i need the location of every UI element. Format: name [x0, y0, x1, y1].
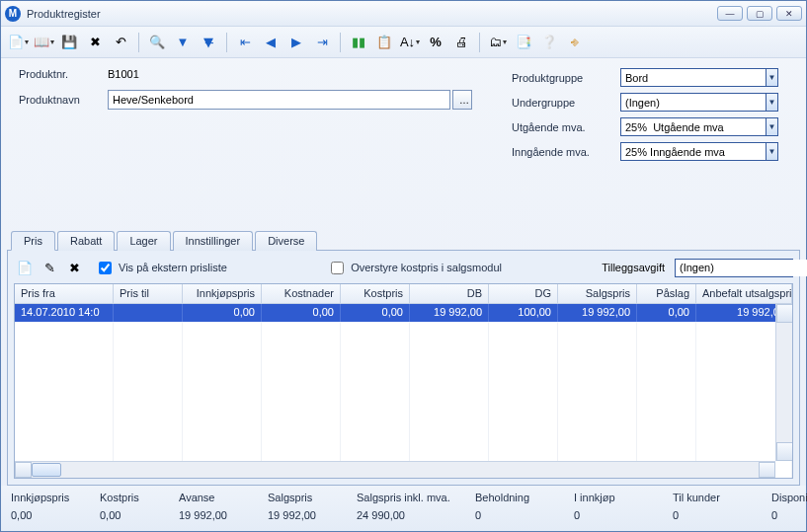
- app-window: M Produktregister — ▢ ✕ 📄▾ 📖▾ 💾 ✖ ↶ 🔍 ▼ …: [0, 0, 807, 532]
- status-beholdning-value: 0: [475, 509, 564, 521]
- tab-strip: Pris Rabatt Lager Innstillinger Diverse: [7, 230, 800, 250]
- tillegg-value[interactable]: [676, 260, 807, 276]
- filter-clear-icon[interactable]: ▼̶: [198, 32, 219, 53]
- scroll-thumb[interactable]: [32, 463, 61, 477]
- maximize-button[interactable]: ▢: [747, 6, 772, 21]
- settings-icon[interactable]: 🗂▾: [487, 32, 509, 53]
- open-icon[interactable]: 📖▾: [33, 32, 54, 53]
- grid-header: Pris fra Pris til Innkjøpspris Kostnader…: [15, 284, 792, 304]
- minimize-button[interactable]: —: [717, 6, 743, 21]
- col-salgspris[interactable]: Salgspris: [558, 284, 637, 303]
- tab-area: Pris Rabatt Lager Innstillinger Diverse …: [7, 230, 800, 486]
- separator: [340, 33, 341, 52]
- tab-rabatt[interactable]: Rabatt: [57, 231, 115, 251]
- undergruppe-select[interactable]: ▼: [620, 93, 778, 112]
- scroll-left-icon[interactable]: [15, 462, 32, 478]
- sort-icon[interactable]: A↓▾: [399, 32, 421, 53]
- chart-icon[interactable]: ▮▮: [348, 32, 369, 53]
- status-bar: Innkjøpspris0,00 Kostpris0,00 Avanse19 9…: [1, 486, 806, 531]
- percent-icon[interactable]: %: [425, 32, 446, 53]
- overstyre-checkbox[interactable]: Overstyre kostpris i salgsmodul: [327, 259, 502, 277]
- tab-lager[interactable]: Lager: [117, 231, 170, 251]
- cell-dg[interactable]: 100,00: [489, 304, 558, 322]
- cell-paslag[interactable]: 0,00: [637, 304, 696, 322]
- last-icon[interactable]: ⇥: [311, 32, 333, 53]
- delete-icon[interactable]: ✖: [84, 32, 106, 53]
- vis-ekstern-checkbox[interactable]: Vis på ekstern prisliste: [95, 259, 227, 277]
- tab-pris[interactable]: Pris: [11, 231, 55, 251]
- chevron-down-icon[interactable]: ▼: [766, 118, 777, 135]
- copy-icon[interactable]: 📋: [373, 32, 395, 53]
- status-kostpris-value: 0,00: [100, 509, 169, 521]
- status-iinnkjop-value: 0: [574, 509, 663, 521]
- status-salgspris-label: Salgspris: [268, 492, 347, 503]
- horizontal-scrollbar[interactable]: [15, 461, 775, 478]
- produktgruppe-value[interactable]: [621, 69, 766, 86]
- export-icon[interactable]: 📑: [513, 32, 534, 53]
- undo-icon[interactable]: ↶: [110, 32, 131, 53]
- cell-pris-til[interactable]: [114, 304, 183, 322]
- cell-db[interactable]: 19 992,00: [410, 304, 489, 322]
- row-edit-icon[interactable]: ✎: [39, 257, 60, 278]
- produktnavn-lookup-button[interactable]: …: [452, 90, 472, 110]
- grid-body-background: [15, 322, 792, 478]
- inn-mva-value[interactable]: [621, 143, 766, 160]
- col-pris-til[interactable]: Pris til: [114, 284, 183, 303]
- produktnavn-input[interactable]: [108, 90, 450, 110]
- col-anbefalt[interactable]: Anbefalt utsalgspris: [696, 284, 792, 303]
- chevron-down-icon[interactable]: ▼: [766, 143, 777, 160]
- tillegg-select[interactable]: ▼: [675, 259, 793, 277]
- help-icon[interactable]: ❔: [538, 32, 560, 53]
- produktnavn-label: Produktnavn: [19, 94, 108, 106]
- col-pris-fra[interactable]: Pris fra: [15, 284, 114, 303]
- undergruppe-value[interactable]: [621, 94, 766, 111]
- new-icon[interactable]: 📄▾: [7, 32, 29, 53]
- cell-pris-fra[interactable]: 14.07.2010 14:0: [15, 304, 114, 322]
- status-beholdning-label: Beholdning: [475, 492, 564, 503]
- chevron-down-icon[interactable]: ▼: [766, 69, 777, 86]
- next-icon[interactable]: ▶: [285, 32, 307, 53]
- panel-toolbar: 📄 ✎ ✖ Vis på ekstern prisliste Overstyre…: [14, 257, 793, 278]
- vis-ekstern-input[interactable]: [99, 262, 112, 274]
- produktnr-label: Produktnr.: [19, 68, 108, 80]
- status-innkjop-value: 0,00: [11, 509, 90, 521]
- produktgruppe-label: Produktgruppe: [512, 72, 620, 84]
- first-icon[interactable]: ⇤: [234, 32, 256, 53]
- print-icon[interactable]: 🖨: [450, 32, 472, 53]
- chevron-down-icon[interactable]: ▼: [766, 94, 777, 111]
- save-icon[interactable]: 💾: [58, 32, 80, 53]
- cell-kostnader[interactable]: 0,00: [262, 304, 341, 322]
- col-dg[interactable]: DG: [489, 284, 558, 303]
- inn-mva-select[interactable]: ▼: [620, 142, 778, 161]
- filter-icon[interactable]: ▼: [172, 32, 194, 53]
- tab-diverse[interactable]: Diverse: [255, 231, 317, 251]
- tillegg-label: Tilleggsavgift: [602, 262, 665, 273]
- exit-icon[interactable]: ⎆: [564, 32, 586, 53]
- row-delete-icon[interactable]: ✖: [63, 257, 85, 278]
- utg-mva-select[interactable]: ▼: [620, 117, 778, 136]
- status-salgspris-mva-label: Salgspris inkl. mva.: [357, 492, 465, 503]
- row-new-icon[interactable]: 📄: [14, 257, 36, 278]
- produktgruppe-select[interactable]: ▼: [620, 68, 778, 87]
- grid-row-selected[interactable]: 14.07.2010 14:0 0,00 0,00 0,00 19 992,00…: [15, 304, 792, 322]
- col-kostnader[interactable]: Kostnader: [262, 284, 341, 303]
- cell-innkjop[interactable]: 0,00: [183, 304, 262, 322]
- vertical-scrollbar[interactable]: [775, 304, 792, 461]
- close-button[interactable]: ✕: [776, 6, 802, 21]
- separator: [138, 33, 139, 52]
- search-icon[interactable]: 🔍: [146, 32, 168, 53]
- cell-kostpris[interactable]: 0,00: [341, 304, 410, 322]
- prev-icon[interactable]: ◀: [260, 32, 282, 53]
- cell-salgspris[interactable]: 19 992,00: [558, 304, 637, 322]
- overstyre-input[interactable]: [331, 262, 344, 274]
- col-kostpris[interactable]: Kostpris: [341, 284, 410, 303]
- col-paslag[interactable]: Påslag: [637, 284, 696, 303]
- col-innkjop[interactable]: Innkjøpspris: [183, 284, 262, 303]
- status-innkjop-label: Innkjøpspris: [11, 492, 90, 503]
- utg-mva-value[interactable]: [621, 118, 766, 135]
- status-iinnkjop-label: I innkjøp: [574, 492, 663, 503]
- scroll-right-icon[interactable]: [759, 462, 775, 478]
- col-db[interactable]: DB: [410, 284, 489, 303]
- form-area: Produktnr. B1001 Produktnavn … Produktgr…: [1, 58, 806, 171]
- tab-innstillinger[interactable]: Innstillinger: [173, 231, 254, 251]
